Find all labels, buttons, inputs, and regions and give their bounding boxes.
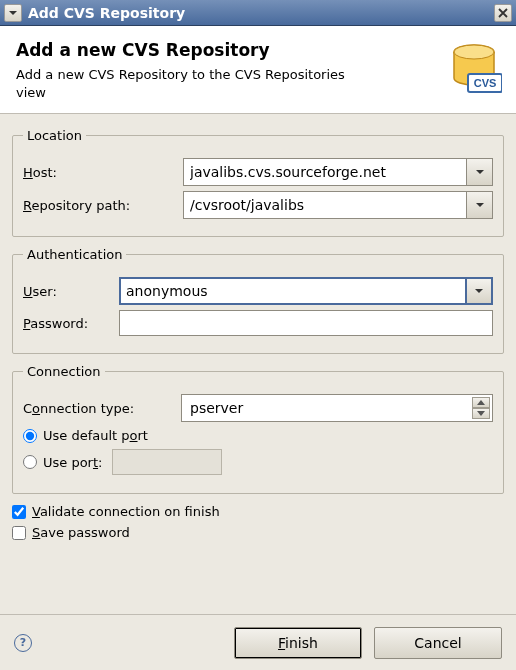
- save-password-label: Save password: [32, 525, 130, 540]
- cvs-repository-icon: CVS: [446, 40, 502, 96]
- connection-type-select[interactable]: pserver: [181, 394, 493, 422]
- location-group: Location Host: Repository path:: [12, 128, 504, 237]
- finish-button[interactable]: Finish: [234, 627, 362, 659]
- host-input[interactable]: [183, 158, 467, 186]
- chevron-up-icon[interactable]: [472, 397, 490, 408]
- page-title: Add a new CVS Repository: [16, 40, 500, 60]
- user-input[interactable]: [119, 277, 467, 305]
- host-label: Host:: [23, 165, 183, 180]
- repo-path-input[interactable]: [183, 191, 467, 219]
- repo-path-dropdown-button[interactable]: [467, 191, 493, 219]
- save-password-checkbox[interactable]: [12, 526, 26, 540]
- window-title: Add CVS Repository: [28, 5, 494, 21]
- svg-text:CVS: CVS: [474, 77, 497, 89]
- connection-legend: Connection: [23, 364, 105, 379]
- default-port-radio[interactable]: [23, 429, 37, 443]
- window-menu-button[interactable]: [4, 4, 22, 22]
- user-dropdown-button[interactable]: [467, 277, 493, 305]
- dialog-header: Add a new CVS Repository Add a new CVS R…: [0, 26, 516, 114]
- connection-type-spinner[interactable]: [472, 397, 490, 419]
- cancel-button[interactable]: Cancel: [374, 627, 502, 659]
- button-bar: ? Finish Cancel: [0, 614, 516, 670]
- svg-point-1: [454, 45, 494, 59]
- titlebar: Add CVS Repository: [0, 0, 516, 26]
- host-dropdown-button[interactable]: [467, 158, 493, 186]
- connection-type-value: pserver: [190, 400, 243, 416]
- default-port-label: Use default port: [43, 428, 148, 443]
- location-legend: Location: [23, 128, 86, 143]
- repo-path-label: Repository path:: [23, 198, 183, 213]
- validate-label: Validate connection on finish: [32, 504, 220, 519]
- page-subtitle: Add a new CVS Repository to the CVS Repo…: [16, 66, 356, 101]
- use-port-radio[interactable]: [23, 455, 37, 469]
- password-input[interactable]: [119, 310, 493, 336]
- close-icon[interactable]: [494, 4, 512, 22]
- authentication-legend: Authentication: [23, 247, 126, 262]
- port-input: [112, 449, 222, 475]
- help-icon[interactable]: ?: [14, 634, 32, 652]
- user-label: User:: [23, 284, 119, 299]
- connection-group: Connection Connection type: pserver Use …: [12, 364, 504, 494]
- use-port-label: Use port:: [43, 455, 102, 470]
- password-label: Password:: [23, 316, 119, 331]
- connection-type-label: Connection type:: [23, 401, 181, 416]
- dialog-body: Location Host: Repository path: Authenti…: [0, 114, 516, 550]
- chevron-down-icon[interactable]: [472, 408, 490, 419]
- validate-checkbox[interactable]: [12, 505, 26, 519]
- authentication-group: Authentication User: Password:: [12, 247, 504, 354]
